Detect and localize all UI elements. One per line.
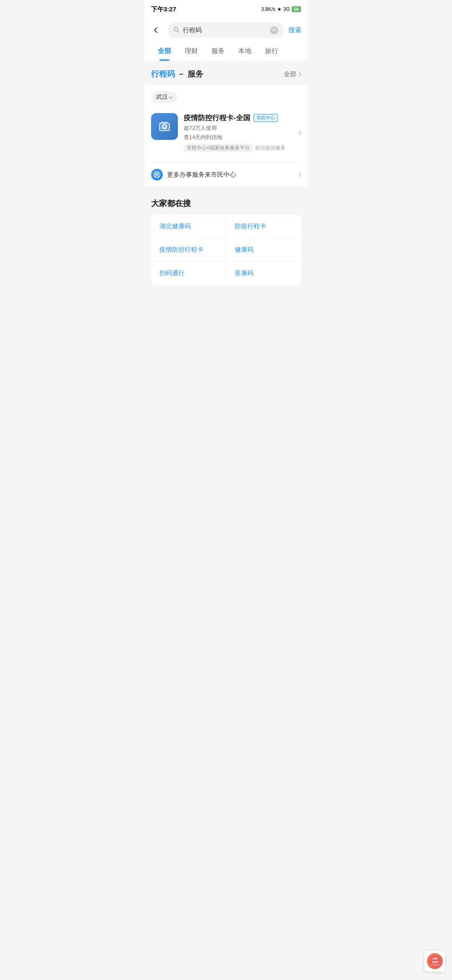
tab-service[interactable]: 服务 <box>205 42 231 61</box>
svg-line-1 <box>177 30 179 32</box>
service-item-arrow-icon <box>297 130 301 135</box>
more-service-icon: 民 <box>151 169 163 181</box>
popular-item-6[interactable]: 苏康码 <box>226 262 301 285</box>
tab-all[interactable]: 全部 <box>151 42 178 61</box>
section-title: 行程码 － 服务 <box>151 69 203 80</box>
popular-section: 大家都在搜 湖北健康码 防疫行程卡 疫情防控行程卡 健康码 扫码通行 <box>144 191 308 290</box>
popular-title: 大家都在搜 <box>151 198 301 209</box>
service-name: 疫情防控行程卡-全国 <box>184 113 250 123</box>
section-title-rest: － 服务 <box>177 70 203 78</box>
more-service-arrow-icon <box>297 172 301 177</box>
status-time: 下午3:27 <box>151 5 176 13</box>
service-info: 疫情防控行程卡-全国 市民中心 超72万人使用 查14天内到访地 市民中心×国家… <box>184 113 292 152</box>
search-button[interactable]: 搜索 <box>288 26 302 35</box>
popular-item-1[interactable]: 湖北健康码 <box>151 215 226 238</box>
svg-text:民: 民 <box>155 173 159 177</box>
section-title-highlight: 行程码 <box>151 70 175 78</box>
service-badge: 市民中心 <box>254 114 278 122</box>
popular-grid: 湖北健康码 防疫行程卡 疫情防控行程卡 健康码 扫码通行 苏康码 <box>151 215 301 285</box>
section-more-button[interactable]: 全部 <box>284 70 301 78</box>
clear-button[interactable]: ✕ <box>270 26 278 34</box>
service-section-header: 行程码 － 服务 全部 <box>144 61 308 85</box>
city-selector[interactable]: 武汉 <box>151 91 177 103</box>
more-service-row[interactable]: 民 更多办事服务来市民中心 <box>144 163 308 186</box>
section-more-arrow-icon <box>298 72 302 76</box>
popular-item-4[interactable]: 健康码 <box>226 238 301 261</box>
popular-row-1: 湖北健康码 防疫行程卡 <box>151 215 301 238</box>
service-item[interactable]: 疫情防控行程卡-全国 市民中心 超72万人使用 查14天内到访地 市民中心×国家… <box>151 110 301 156</box>
back-arrow-icon <box>154 27 160 33</box>
service-card: 武汉 疫情防控行程卡-全国 市民中心 超72万人使用 <box>144 85 308 186</box>
svg-point-3 <box>164 126 166 128</box>
battery-indicator: 59 <box>292 6 301 12</box>
city-dropdown-icon <box>169 95 172 98</box>
service-desc: 查14天内到访地 <box>184 134 292 141</box>
back-button[interactable] <box>150 23 164 37</box>
popular-item-5[interactable]: 扫码通行 <box>151 262 226 285</box>
service-tag-text: 联合提供服务 <box>255 144 285 152</box>
bluetooth-icon: ★ <box>277 6 282 12</box>
search-icon <box>174 27 180 34</box>
service-users: 超72万人使用 <box>184 124 292 132</box>
popular-item-2[interactable]: 防疫行程卡 <box>226 215 301 238</box>
search-input-wrapper[interactable]: 行程码 ✕ <box>168 23 284 38</box>
service-card-inner: 武汉 疫情防控行程卡-全国 市民中心 超72万人使用 <box>144 85 308 162</box>
service-tag-1: 市民中心×国家政务服务平台 <box>184 144 253 152</box>
tab-finance[interactable]: 理财 <box>178 42 205 61</box>
status-icons: 3.8K/s ★ 3G 59 <box>261 6 301 12</box>
network-speed: 3.8K/s <box>261 6 275 12</box>
tab-travel[interactable]: 旅行 <box>258 42 285 61</box>
service-name-row: 疫情防控行程卡-全国 市民中心 <box>184 113 292 123</box>
service-tags: 市民中心×国家政务服务平台 联合提供服务 <box>184 144 292 152</box>
search-bar: 行程码 ✕ 搜索 <box>144 18 308 42</box>
popular-row-2: 疫情防控行程卡 健康码 <box>151 238 301 262</box>
service-item-icon <box>151 113 178 140</box>
search-input[interactable]: 行程码 <box>183 26 267 34</box>
popular-row-3: 扫码通行 苏康码 <box>151 262 301 285</box>
more-service-text: 更多办事服务来市民中心 <box>167 171 293 179</box>
popular-item-3[interactable]: 疫情防控行程卡 <box>151 238 226 261</box>
tab-local[interactable]: 本地 <box>231 42 258 61</box>
status-bar: 下午3:27 3.8K/s ★ 3G 59 <box>144 0 308 18</box>
tabs-container: 全部 理财 服务 本地 旅行 <box>144 42 308 61</box>
signal-icon: 3G <box>283 6 290 12</box>
